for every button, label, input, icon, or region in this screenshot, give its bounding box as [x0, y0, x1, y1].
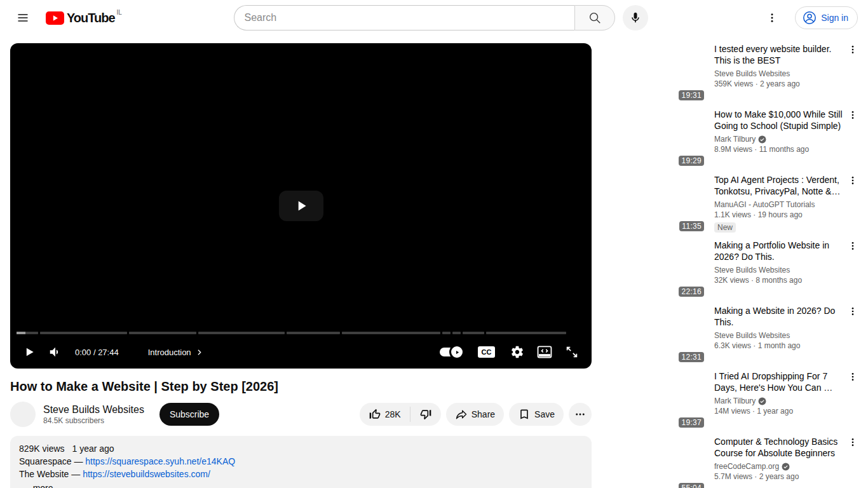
video-thumbnail[interactable]: 11:35 [600, 174, 707, 234]
share-icon [455, 408, 468, 421]
subscriber-count: 84.5K subscribers [43, 416, 144, 425]
video-text: Computer & Technology Basics Course for … [714, 436, 845, 488]
search-input[interactable] [234, 5, 574, 30]
description-link[interactable]: https://squarespace.syuh.net/e14KAQ [85, 456, 235, 466]
video-thumbnail[interactable]: 19:29 [600, 109, 707, 168]
chapter-segment[interactable] [442, 332, 451, 334]
youtube-play-icon [46, 11, 64, 25]
chapter-segment[interactable] [342, 332, 441, 334]
recommended-video[interactable]: 19:37 I Tried AI Dropshipping For 7 Days… [600, 370, 860, 430]
settings-button[interactable] [504, 339, 531, 365]
menu-button[interactable] [10, 5, 36, 30]
channel-name[interactable]: freeCodeCamp.org [714, 462, 779, 471]
chapter-segment[interactable] [452, 332, 461, 334]
video-text: I tested every website builder. This is … [714, 43, 845, 103]
channel-name[interactable]: Steve Builds Websites [714, 69, 790, 78]
channel-name[interactable]: Steve Builds Websites [43, 404, 144, 416]
chapter-button[interactable]: Introduction [148, 348, 203, 357]
chapter-segment[interactable] [463, 332, 484, 334]
chapter-segment[interactable] [198, 332, 285, 334]
youtube-logo[interactable]: YouTube IL [46, 11, 122, 25]
search-button[interactable] [574, 5, 615, 30]
video-thumbnail[interactable]: 55:04 [600, 436, 707, 488]
subscribe-button[interactable]: Subscribe [159, 403, 219, 426]
play-button[interactable] [17, 339, 42, 365]
channel-name[interactable]: Steve Builds Websites [714, 331, 790, 340]
sign-in-label: Sign in [821, 13, 848, 23]
video-title[interactable]: Computer & Technology Basics Course for … [714, 436, 845, 459]
video-text: I Tried AI Dropshipping For 7 Days, Here… [714, 370, 845, 430]
voice-search-button[interactable] [623, 5, 648, 30]
recommended-video[interactable]: 11:35 Top AI Agent Projects : Verdent, T… [600, 174, 860, 234]
description-line: Squarespace — https://squarespace.syuh.n… [19, 455, 583, 468]
verified-icon [758, 135, 766, 144]
volume-button[interactable] [42, 339, 69, 365]
chapter-segment[interactable] [40, 332, 127, 334]
country-code: IL [117, 9, 122, 16]
duration-badge: 19:37 [679, 417, 704, 428]
save-button[interactable]: Save [509, 403, 564, 426]
duration-badge: 19:31 [679, 90, 704, 100]
recommended-video[interactable]: 19:29 How to Make $10,000 While Still Go… [600, 109, 860, 168]
video-thumbnail[interactable]: 22:16 [600, 240, 707, 299]
kebab-menu-icon [848, 372, 858, 382]
video-thumbnail[interactable]: 19:37 [600, 370, 707, 430]
recommended-video[interactable]: 22:16 Making a Portfolio Website in 2026… [600, 240, 860, 299]
video-thumbnail[interactable]: 12:31 [600, 305, 707, 365]
sign-in-button[interactable]: Sign in [795, 6, 858, 29]
share-label: Share [471, 409, 495, 419]
video-menu-button[interactable] [845, 43, 860, 103]
header-more-button[interactable] [759, 5, 785, 30]
video-menu-button[interactable] [845, 436, 860, 488]
video-menu-button[interactable] [845, 370, 860, 430]
like-button[interactable]: 28K [360, 403, 410, 426]
video-menu-button[interactable] [845, 240, 860, 299]
new-badge: New [714, 222, 736, 233]
channel-name[interactable]: ManuAGI - AutoGPT Tutorials [714, 200, 815, 209]
video-player[interactable]: 0:00 / 27:44 Introduction CC [10, 43, 592, 369]
video-text: Top AI Agent Projects : Verdent, Tonkots… [714, 174, 845, 234]
show-more-button[interactable]: ...more [19, 482, 583, 488]
fullscreen-button[interactable] [559, 339, 585, 365]
video-title[interactable]: Making a Portfolio Website in 2026? Do T… [714, 240, 845, 262]
big-play-button[interactable] [279, 191, 323, 221]
autoplay-knob-icon [451, 346, 463, 358]
dislike-button[interactable] [410, 403, 441, 426]
video-menu-button[interactable] [845, 174, 860, 234]
video-thumbnail[interactable]: 19:31 [600, 43, 707, 103]
chapter-segment[interactable] [129, 332, 197, 334]
video-menu-button[interactable] [845, 305, 860, 365]
description-line: The Website — https://stevebuildswebsite… [19, 468, 583, 480]
description-link[interactable]: https://stevebuildswebsites.com/ [83, 469, 210, 479]
subtitles-button[interactable]: CC [469, 339, 504, 365]
progress-bar[interactable] [17, 332, 585, 334]
description-box[interactable]: 829K views 1 year ago Squarespace — http… [10, 436, 592, 488]
video-meta: 6.3K views · 1 month ago [714, 341, 845, 350]
video-title[interactable]: How to Make $10,000 While Still Going to… [714, 109, 845, 132]
channel-name[interactable]: Steve Builds Websites [714, 266, 790, 274]
channel-name[interactable]: Mark Tilbury [714, 396, 756, 405]
header-right: Sign in [759, 5, 858, 30]
video-title[interactable]: I Tried AI Dropshipping For 7 Days, Here… [714, 370, 845, 393]
video-title[interactable]: Making a Website in 2026? Do This. [714, 305, 845, 328]
autoplay-toggle[interactable] [440, 348, 461, 356]
save-label: Save [534, 409, 555, 419]
video-title[interactable]: I tested every website builder. This is … [714, 43, 845, 66]
video-meta-row: Steve Builds Websites 84.5K subscribers … [10, 402, 592, 427]
video-menu-button[interactable] [845, 109, 860, 168]
recommended-video[interactable]: 19:31 I tested every website builder. Th… [600, 43, 860, 103]
time-display: 0:00 / 27:44 [75, 348, 119, 357]
channel-info: Steve Builds Websites 84.5K subscribers [43, 404, 144, 425]
video-title[interactable]: Top AI Agent Projects : Verdent, Tonkots… [714, 174, 845, 197]
chapter-segment[interactable] [287, 332, 339, 334]
verified-icon [782, 463, 790, 471]
chapter-segment[interactable] [486, 332, 566, 334]
channel-avatar[interactable] [10, 402, 36, 427]
recommended-video[interactable]: 55:04 Computer & Technology Basics Cours… [600, 436, 860, 488]
kebab-menu-icon [766, 12, 778, 24]
channel-name[interactable]: Mark Tilbury [714, 135, 756, 144]
recommended-video[interactable]: 12:31 Making a Website in 2026? Do This.… [600, 305, 860, 365]
more-actions-button[interactable] [569, 403, 592, 426]
miniplayer-button[interactable] [531, 339, 559, 365]
share-button[interactable]: Share [446, 403, 504, 426]
